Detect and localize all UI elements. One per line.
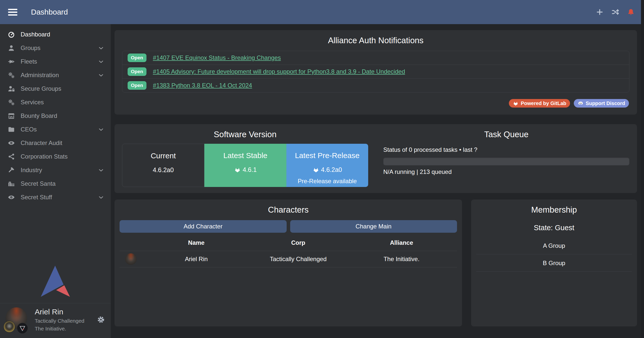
chevron-down-icon	[98, 167, 104, 173]
membership-groups: A Group B Group	[476, 237, 632, 272]
sidebar-item-administration[interactable]: Administration	[0, 68, 111, 82]
version-cards: Current 4.6.2a0 Latest Stable 4.6.1 Late…	[122, 144, 368, 187]
folder-icon	[8, 126, 15, 133]
sidebar-item-secure-groups[interactable]: Secure Groups	[0, 82, 111, 95]
task-queue-section: Task Queue Status of 0 processed tasks •…	[376, 130, 637, 187]
sidebar-item-ceos[interactable]: CEOs	[0, 123, 111, 136]
task-queue-status: Status of 0 processed tasks • last ?	[383, 146, 629, 153]
corp-column-header: Corp	[250, 239, 346, 246]
notifications-title: Alliance Auth Notifications	[122, 36, 629, 45]
change-main-shuffle-icon[interactable]	[611, 8, 619, 16]
notifications-panel: Alliance Auth Notifications Open #1407 E…	[115, 30, 637, 115]
name-column-header: Name	[142, 239, 250, 246]
status-panel: Software Version Current 4.6.2a0 Latest …	[115, 124, 637, 193]
characters-table-header: Name Corp Alliance	[120, 236, 457, 251]
character-portrait	[125, 253, 137, 265]
scrollbar[interactable]	[641, 0, 644, 338]
sidebar-item-corporation-stats[interactable]: Corporation Stats	[0, 150, 111, 163]
membership-panel: Membership State: Guest A Group B Group	[471, 200, 637, 326]
user-meta: Ariel Rin Tactically Challenged The Init…	[35, 308, 84, 332]
add-character-button[interactable]: Add Character	[120, 220, 287, 233]
software-version-title: Software Version	[122, 130, 368, 139]
gitlab-icon	[234, 166, 241, 173]
page-title: Dashboard	[31, 8, 68, 16]
sidebar-item-fleets[interactable]: Fleets	[0, 55, 111, 68]
chevron-down-icon	[98, 126, 104, 133]
notifications-bell-icon[interactable]	[627, 8, 635, 16]
sidebar-item-character-audit[interactable]: Character Audit	[0, 136, 111, 150]
gitlab-badge[interactable]: Powered by GitLab	[509, 99, 570, 108]
sidebar-item-secret-stuff[interactable]: Secret Stuff	[0, 190, 111, 204]
user-alliance: The Initiative.	[35, 326, 84, 332]
sidebar-nav: Dashboard Groups Fleets Administration S…	[0, 24, 111, 204]
chevron-down-icon	[98, 72, 104, 78]
task-queue-counts: N/A running | 213 queued	[383, 168, 629, 175]
eye-icon	[8, 194, 15, 201]
sidebar-item-groups[interactable]: Groups	[0, 41, 111, 55]
notification-row: Open #1405 Advisory: Future development …	[122, 65, 629, 79]
share-icon	[8, 153, 15, 160]
hammer-icon	[8, 166, 15, 174]
notifications-list: Open #1407 EVE Equinox Status - Breaking…	[122, 51, 629, 92]
group-row: A Group	[476, 237, 632, 254]
navbar-actions	[596, 8, 635, 16]
status-badge: Open	[128, 67, 146, 76]
shuttle-icon	[8, 58, 15, 65]
notification-link[interactable]: #1383 Python 3.8 EOL - 14 Oct 2024	[153, 82, 252, 89]
task-queue-progress-bar	[383, 158, 629, 165]
characters-title: Characters	[120, 205, 457, 215]
characters-buttons: Add Character Change Main	[120, 220, 457, 233]
characters-table: Name Corp Alliance Ariel Rin Tactically …	[120, 236, 457, 267]
task-queue-title: Task Queue	[383, 130, 629, 139]
hamburger-icon	[8, 9, 17, 10]
notification-row: Open #1383 Python 3.8 EOL - 14 Oct 2024	[122, 79, 629, 92]
membership-title: Membership	[476, 205, 632, 215]
sidebar-item-bounty-board[interactable]: Bounty Board	[0, 109, 111, 123]
current-version-card: Current 4.6.2a0	[122, 144, 204, 187]
sidebar-item-secret-santa[interactable]: Secret Santa	[0, 177, 111, 190]
characters-panel: Characters Add Character Change Main Nam…	[115, 200, 462, 326]
corp-logo-badge	[4, 321, 15, 332]
store-icon	[8, 112, 15, 120]
software-version-section: Software Version Current 4.6.2a0 Latest …	[115, 130, 376, 187]
top-navbar: Dashboard	[0, 0, 644, 24]
table-row: Ariel Rin Tactically Challenged The Init…	[120, 251, 457, 267]
user-settings-gear-icon[interactable]	[97, 315, 105, 324]
sidebar-item-industry[interactable]: Industry	[0, 163, 111, 177]
sidebar-item-dashboard[interactable]: Dashboard	[0, 28, 111, 41]
user-lock-icon	[8, 85, 15, 92]
cogs-icon	[8, 99, 15, 106]
alliance-logo-badge	[17, 323, 28, 333]
gitlab-icon	[313, 166, 319, 173]
user-corp: Tactically Challenged	[35, 318, 84, 324]
bottom-row: Characters Add Character Change Main Nam…	[115, 200, 637, 326]
sidebar-toggle-button[interactable]	[8, 9, 17, 16]
eye-icon	[8, 139, 15, 147]
notification-link[interactable]: #1405 Advisory: Future development will …	[153, 68, 405, 75]
discord-badge[interactable]: Support Discord	[574, 99, 629, 108]
footer-badges: Powered by GitLab Support Discord	[122, 99, 629, 108]
add-character-plus-icon[interactable]	[596, 8, 604, 16]
discord-icon	[578, 100, 584, 106]
user-panel: Ariel Rin Tactically Challenged The Init…	[0, 303, 111, 338]
gitlab-icon	[513, 100, 519, 106]
status-badge: Open	[128, 54, 146, 62]
alliance-auth-logo	[0, 265, 111, 303]
alliance-triangle-icon	[19, 324, 26, 332]
user-icon	[8, 44, 15, 52]
change-main-button[interactable]: Change Main	[290, 220, 457, 233]
user-avatar-stack	[5, 307, 29, 332]
latest-stable-card: Latest Stable 4.6.1	[204, 144, 286, 187]
group-row: B Group	[476, 254, 632, 272]
gauge-icon	[8, 31, 15, 38]
membership-state: State: Guest	[476, 224, 632, 232]
sidebar: Dashboard Groups Fleets Administration S…	[0, 24, 111, 338]
chevron-down-icon	[98, 59, 104, 65]
character-corp: Tactically Challenged	[250, 256, 346, 263]
main-content: Alliance Auth Notifications Open #1407 E…	[111, 24, 644, 338]
user-name: Ariel Rin	[35, 308, 84, 316]
notification-row: Open #1407 EVE Equinox Status - Breaking…	[122, 51, 629, 65]
sidebar-item-services[interactable]: Services	[0, 95, 111, 109]
character-name: Ariel Rin	[142, 256, 250, 263]
notification-link[interactable]: #1407 EVE Equinox Status - Breaking Chan…	[153, 54, 281, 61]
